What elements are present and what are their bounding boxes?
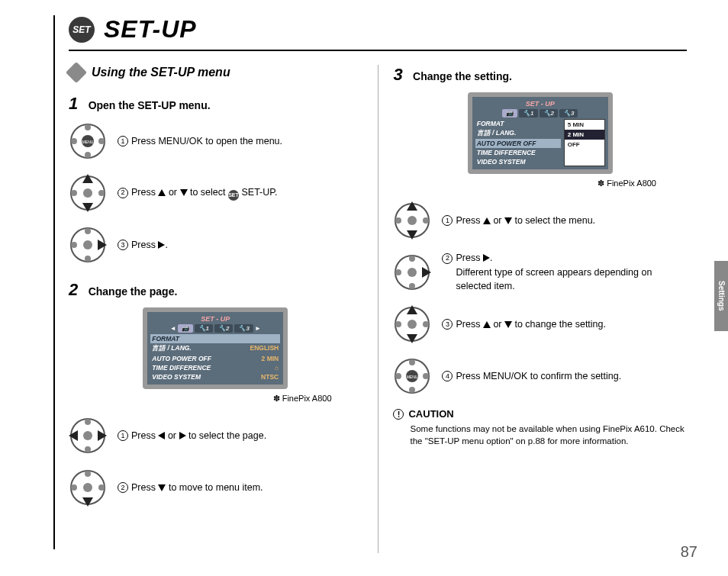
svg-point-29 <box>71 484 77 491</box>
instruction-label: Press <box>131 187 158 198</box>
instruction-row: 2Press to move to menu item. <box>69 463 362 512</box>
instruction-label: to move to menu item. <box>166 482 263 493</box>
lcd-tab: 📷 <box>502 109 517 117</box>
lcd-row: FORMAT <box>475 119 561 128</box>
instruction-label: or <box>491 215 504 226</box>
svg-point-54 <box>395 373 401 379</box>
instruction-text: 3Press or to change the setting. <box>442 317 606 332</box>
svg-point-41 <box>395 269 401 275</box>
set-inline-icon: SET <box>228 190 239 201</box>
svg-marker-34 <box>407 230 417 240</box>
lcd-row: TIME DIFFERENCE⌂ <box>150 363 280 372</box>
dpad-icon <box>393 201 431 240</box>
svg-text:MENU: MENU <box>82 140 94 144</box>
instruction-label: . <box>490 253 492 263</box>
down-arrow-icon <box>158 484 166 491</box>
lcd-caption: ✽ FinePix A800 <box>69 394 332 404</box>
down-arrow-icon <box>180 189 188 196</box>
svg-point-16 <box>85 256 91 262</box>
lcd-popup: 5 MIN 2 MIN OFF <box>564 119 605 166</box>
section-heading-row: Using the SET-UP menu <box>69 65 362 80</box>
down-arrow-icon <box>504 321 512 328</box>
column-divider <box>378 65 378 553</box>
lcd-row: 言語 / LANG. <box>475 128 561 139</box>
lcd-tab: 🔧1 <box>195 324 213 333</box>
instruction-label: Press <box>456 319 482 330</box>
instruction-text: 1Press or to select the page. <box>118 429 266 443</box>
lcd-row: AUTO POWER OFF <box>475 139 561 148</box>
svg-marker-45 <box>407 305 417 314</box>
step-number: 3 <box>393 65 410 85</box>
svg-point-55 <box>423 373 429 379</box>
svg-point-38 <box>407 268 417 277</box>
instruction-label: Press <box>456 215 482 226</box>
svg-point-48 <box>423 321 429 327</box>
instruction-label: Press MENU/OK to open the menu. <box>131 136 282 146</box>
instruction-row: 3Press or to change the setting. <box>393 300 687 349</box>
svg-marker-28 <box>82 497 93 507</box>
svg-marker-46 <box>407 334 417 343</box>
step-title: Open the SET-UP menu. <box>89 99 211 111</box>
lcd-tab: 🔧2 <box>540 109 558 117</box>
instruction-label: to select the page. <box>186 430 267 441</box>
svg-point-4 <box>85 152 91 158</box>
svg-marker-9 <box>82 174 93 183</box>
lcd-row: VIDEO SYSTEMNTSC <box>150 372 280 381</box>
instruction-note: Different type of screen appears dependi… <box>456 265 687 294</box>
caution-icon: ! <box>393 409 404 420</box>
lcd-tabs: ◄ 📷 🔧1 🔧2 🔧3 ► <box>150 324 280 333</box>
page-title: SET-UP <box>104 15 197 43</box>
right-column: 3 Change the setting. SET - UP 📷 🔧1 🔧2 🔧… <box>393 65 687 553</box>
svg-point-21 <box>85 419 91 425</box>
svg-point-22 <box>85 446 91 452</box>
svg-point-53 <box>409 387 415 393</box>
instruction-row: 2Press . Different type of screen appear… <box>393 248 687 297</box>
svg-point-26 <box>83 483 92 492</box>
lcd-tabs: 📷 🔧1 🔧2 🔧3 <box>475 109 605 117</box>
instruction-text: 3Press . <box>118 238 168 253</box>
svg-text:MENU: MENU <box>407 375 418 379</box>
svg-point-47 <box>395 321 401 327</box>
dpad-icon: MENU <box>393 357 431 395</box>
svg-point-30 <box>98 484 105 491</box>
lcd-title: SET - UP <box>150 315 280 323</box>
popup-option: 2 MIN <box>565 130 604 140</box>
svg-point-15 <box>85 228 91 234</box>
left-column: Using the SET-UP menu 1 Open the SET-UP … <box>69 65 362 553</box>
instruction-label: . <box>165 240 167 250</box>
lcd-row: VIDEO SYSTEM <box>475 157 561 166</box>
instruction-label: SET-UP. <box>239 187 277 198</box>
lcd-row: 言語 / LANG.ENGLISH <box>150 343 280 354</box>
lcd-row: TIME DIFFERENCE <box>475 148 561 157</box>
svg-point-27 <box>85 471 91 477</box>
svg-marker-24 <box>98 430 107 441</box>
down-arrow-icon <box>504 217 512 224</box>
dpad-icon <box>393 305 431 343</box>
lcd-screen-b: SET - UP 📷 🔧1 🔧2 🔧3 FORMAT 言語 / LANG. AU… <box>468 92 613 174</box>
lcd-row: FORMAT <box>150 334 280 343</box>
instruction-label: to select the menu. <box>512 215 595 226</box>
instruction-label: or <box>165 430 179 441</box>
substep-number-icon: 4 <box>442 371 453 381</box>
substep-number-icon: 2 <box>118 188 128 198</box>
svg-marker-23 <box>69 430 78 441</box>
instruction-row: 3Press . <box>69 220 362 269</box>
lcd-tab: 🔧3 <box>234 324 253 333</box>
instruction-label: to select <box>188 187 229 198</box>
substep-number-icon: 1 <box>118 430 128 441</box>
svg-marker-18 <box>98 240 107 250</box>
substep-number-icon: 2 <box>442 253 453 264</box>
instruction-text: 2Press to move to menu item. <box>118 481 263 495</box>
instruction-label: Press <box>131 240 158 250</box>
dpad-icon <box>69 468 107 507</box>
lcd-title: SET - UP <box>475 100 605 108</box>
instruction-text: 1Press MENU/OK to open the menu. <box>118 134 282 149</box>
svg-point-3 <box>85 124 91 130</box>
instruction-label: Press <box>131 482 158 493</box>
svg-point-12 <box>98 190 105 196</box>
svg-marker-10 <box>82 203 93 212</box>
dpad-icon <box>69 417 107 455</box>
instruction-label: Press MENU/OK to confirm the setting. <box>456 371 621 381</box>
caution-heading: ! CAUTION <box>393 408 687 420</box>
popup-option: 5 MIN <box>565 120 604 130</box>
